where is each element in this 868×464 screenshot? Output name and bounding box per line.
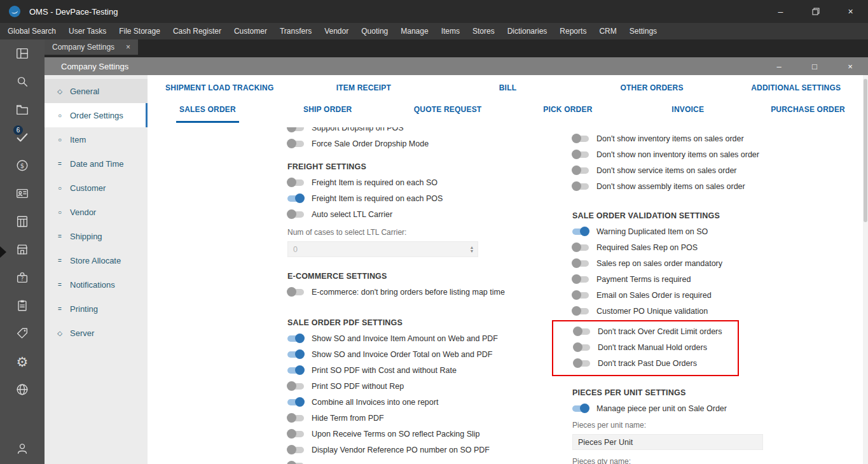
toggle-switch[interactable] bbox=[287, 415, 304, 421]
spinner-down-icon[interactable]: ▼ bbox=[470, 250, 474, 253]
setting-label: Email on Sales Order is required bbox=[596, 291, 712, 300]
toggle-switch[interactable] bbox=[574, 328, 590, 335]
app-minimize-button[interactable]: – bbox=[763, 0, 798, 23]
toggle-switch[interactable] bbox=[287, 383, 304, 390]
menu-item-user-tasks[interactable]: User Tasks bbox=[62, 23, 113, 39]
setting-row-print-so-pdf-without-rep: Print SO PDF without Rep bbox=[287, 378, 516, 394]
toggle-switch[interactable] bbox=[287, 399, 304, 405]
tab-purchase-order[interactable]: PURCHASE ORDER bbox=[748, 104, 868, 125]
menu-item-cash-register[interactable]: Cash Register bbox=[167, 23, 228, 39]
vertical-scrollbar[interactable] bbox=[863, 75, 868, 464]
clipboard-icon[interactable] bbox=[0, 298, 45, 313]
tab-close-icon[interactable]: × bbox=[126, 43, 130, 52]
tab-invoice[interactable]: INVOICE bbox=[628, 104, 748, 125]
toggle-switch[interactable] bbox=[572, 292, 589, 299]
tasks-icon[interactable]: 6 bbox=[0, 130, 45, 145]
menu-item-items[interactable]: Items bbox=[435, 23, 466, 39]
toggle-switch[interactable] bbox=[572, 405, 589, 412]
tab-quote-request[interactable]: QUOTE REQUEST bbox=[388, 104, 508, 125]
menu-item-customer[interactable]: Customer bbox=[228, 23, 273, 39]
toggle-switch[interactable] bbox=[287, 351, 304, 358]
toggle-switch[interactable] bbox=[287, 195, 304, 202]
toggle-switch[interactable] bbox=[287, 211, 304, 218]
toggle-switch[interactable] bbox=[574, 360, 590, 367]
tab-company-settings[interactable]: Company Settings × bbox=[45, 39, 138, 55]
catalog-icon[interactable] bbox=[0, 214, 45, 229]
tab-ship-order[interactable]: SHIP ORDER bbox=[268, 104, 388, 125]
menu-item-file-storage[interactable]: File Storage bbox=[113, 23, 167, 39]
nav-item-notifications[interactable]: = Notifications bbox=[45, 272, 148, 297]
tab-additional-settings[interactable]: ADDITIONAL SETTINGS bbox=[724, 83, 868, 97]
toggle-switch[interactable] bbox=[287, 127, 304, 131]
panel-expander-arrow-icon[interactable] bbox=[0, 246, 6, 258]
scrollbar-thumb[interactable] bbox=[864, 79, 867, 222]
window-close-button[interactable]: × bbox=[832, 57, 868, 75]
store-icon[interactable] bbox=[0, 242, 45, 257]
nav-item-item[interactable]: ○ Item bbox=[45, 127, 148, 151]
menu-item-stores[interactable]: Stores bbox=[466, 23, 501, 39]
pieces-per-unit-input[interactable] bbox=[573, 435, 762, 449]
toggle-switch[interactable] bbox=[287, 179, 304, 186]
toggle-switch[interactable] bbox=[572, 276, 589, 283]
user-icon[interactable] bbox=[0, 441, 45, 456]
contacts-icon[interactable] bbox=[0, 186, 45, 201]
window-minimize-button[interactable]: – bbox=[761, 57, 797, 75]
app-restore-button[interactable] bbox=[798, 0, 833, 23]
window-titlebar: Company Settings – □ × bbox=[45, 57, 868, 75]
toggle-switch[interactable] bbox=[287, 447, 304, 453]
toggle-switch[interactable] bbox=[572, 183, 589, 190]
tab-shipment-load-tracking[interactable]: SHIPMENT LOAD TRACKING bbox=[148, 83, 292, 97]
toggle-switch[interactable] bbox=[572, 308, 589, 314]
nav-item-date-and-time[interactable]: = Date and Time bbox=[45, 151, 148, 176]
nav-item-order-settings[interactable]: ○ Order Settings bbox=[45, 103, 148, 127]
app-close-button[interactable]: × bbox=[833, 0, 868, 23]
menu-item-global-search[interactable]: Global Search bbox=[1, 23, 62, 39]
menu-item-settings[interactable]: Settings bbox=[623, 23, 663, 39]
toggle-switch[interactable] bbox=[287, 141, 304, 147]
toggle-switch[interactable] bbox=[572, 244, 589, 251]
nav-item-server[interactable]: ◇ Server bbox=[45, 321, 148, 345]
tab-other-orders[interactable]: OTHER ORDERS bbox=[580, 83, 724, 97]
nav-item-store-allocate[interactable]: = Store Allocate bbox=[45, 248, 148, 272]
folder-icon[interactable] bbox=[0, 102, 45, 117]
menu-item-crm[interactable]: CRM bbox=[593, 23, 623, 39]
toggle-switch[interactable] bbox=[287, 335, 304, 342]
menu-item-transfers[interactable]: Transfers bbox=[273, 23, 318, 39]
toggle-switch[interactable] bbox=[572, 228, 589, 235]
svg-text:$: $ bbox=[20, 162, 24, 169]
tab-item-receipt[interactable]: ITEM RECEIPT bbox=[292, 83, 436, 97]
nav-item-vendor[interactable]: ○ Vendor bbox=[45, 200, 148, 224]
toggle-switch[interactable] bbox=[574, 344, 590, 351]
settings-gear-icon[interactable]: ⚙ bbox=[0, 354, 45, 369]
toggle-switch[interactable] bbox=[572, 136, 589, 142]
tab-sales-order[interactable]: SALES ORDER bbox=[148, 104, 268, 125]
nav-item-general[interactable]: ◇ General bbox=[45, 79, 148, 103]
menu-item-reports[interactable]: Reports bbox=[553, 23, 593, 39]
setting-row-display-vendor-reference-po-number-on-so-pdf: Display Vendor Reference PO number on SO… bbox=[287, 442, 516, 458]
globe-icon[interactable] bbox=[0, 382, 45, 397]
right-column: Don't show inventory items on sales orde… bbox=[572, 127, 776, 464]
menu-item-manage[interactable]: Manage bbox=[394, 23, 434, 39]
menu-item-quoting[interactable]: Quoting bbox=[355, 23, 394, 39]
tag-icon[interactable] bbox=[0, 326, 45, 341]
setting-row-force-sale-order-dropship-mode: Force Sale Order Dropship Mode bbox=[287, 136, 516, 151]
toggle-switch[interactable] bbox=[572, 167, 589, 174]
toggle-switch[interactable] bbox=[287, 367, 304, 374]
support-bag-icon[interactable]: ? bbox=[0, 270, 45, 285]
tab-pick-order[interactable]: PICK ORDER bbox=[507, 104, 628, 125]
toggle-switch[interactable] bbox=[572, 260, 589, 267]
toggle-switch[interactable] bbox=[287, 431, 304, 437]
finance-icon[interactable]: $ bbox=[0, 158, 45, 173]
search-icon[interactable] bbox=[0, 74, 45, 89]
nav-item-customer[interactable]: ○ Customer bbox=[45, 176, 148, 200]
dashboard-icon[interactable] bbox=[0, 46, 45, 61]
toggle-switch[interactable] bbox=[572, 151, 589, 158]
menu-item-dictionaries[interactable]: Dictionaries bbox=[501, 23, 554, 39]
window-maximize-button[interactable]: □ bbox=[797, 57, 832, 75]
toggle-switch[interactable] bbox=[287, 289, 304, 295]
nav-item-shipping[interactable]: = Shipping bbox=[45, 224, 148, 248]
ltl-cases-input[interactable] bbox=[288, 242, 478, 257]
menu-item-vendor[interactable]: Vendor bbox=[318, 23, 355, 39]
tab-bill[interactable]: BILL bbox=[436, 83, 580, 97]
nav-item-printing[interactable]: = Printing bbox=[45, 297, 148, 321]
